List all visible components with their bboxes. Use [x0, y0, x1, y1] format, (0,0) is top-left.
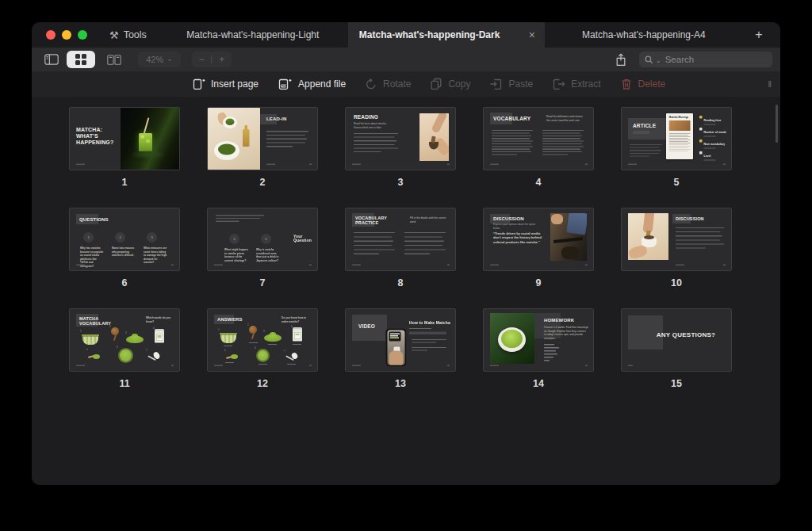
- text-placeholder-lines: [404, 232, 446, 254]
- search-field[interactable]: ⌄: [639, 52, 772, 67]
- page-thumbnail[interactable]: LEAD-IN 2: [193, 107, 331, 188]
- matcha-drink-photo: [121, 108, 179, 170]
- video-title: How to Make Matcha: [409, 320, 450, 325]
- slide-canvas: VIDEO How to Make Matcha: [346, 309, 455, 371]
- slide-note: Fill in the blanks with the correct word: [410, 216, 448, 223]
- text-placeholder-lines: [630, 144, 662, 156]
- thumbnail-grid: MATCHA: WHAT'S HAPPENING? 1: [32, 97, 780, 389]
- paste-button[interactable]: Paste: [489, 78, 533, 90]
- new-tab-button[interactable]: +: [746, 22, 772, 48]
- page-thumbnail[interactable]: DISCUSSION 10: [607, 208, 745, 288]
- quote-text: “Trends driven by social media don’t res…: [493, 231, 543, 244]
- page-thumbnail[interactable]: MATCHA: WHAT'S HAPPENING? 1: [56, 107, 193, 188]
- video-phone-thumbnail[interactable]: [385, 328, 407, 367]
- tools-icon: ⚒: [109, 29, 119, 41]
- slide-subtitle: Read the facts about matcha. Guess which…: [354, 122, 392, 129]
- question-number-badge: 3: [147, 232, 157, 243]
- tab-matcha-dark[interactable]: Matcha-what's-happening-Dark ×: [348, 22, 545, 48]
- page-thumbnail[interactable]: VOCABULARY Read the definitions and choo…: [469, 107, 607, 188]
- tools-menu-button[interactable]: ⚒ Tools: [98, 22, 158, 48]
- action-label: Copy: [448, 78, 470, 90]
- extract-button[interactable]: Extract: [552, 78, 600, 90]
- illustration-tea-bowl: [82, 333, 99, 345]
- slide-title: DISCUSSION: [676, 216, 704, 221]
- insert-page-button[interactable]: Insert page: [192, 78, 259, 90]
- page-thumbnail[interactable]: VOCABULARY PRACTICE Fill in the blanks w…: [331, 208, 469, 288]
- page-actions-toolbar: Insert page PDF Append file: [32, 71, 780, 97]
- doc-text-lines: [669, 133, 691, 151]
- illustration-scoop-and-powder: [88, 351, 101, 361]
- search-input[interactable]: [664, 54, 767, 65]
- slide-title: VIDEO: [358, 323, 375, 329]
- page-thumbnail[interactable]: QUESTIONS 1 2 3 Why has matcha become so…: [56, 208, 193, 288]
- plus-icon: +: [755, 28, 762, 42]
- illustration-scoop-and-powder: [226, 352, 239, 361]
- page-number: 7: [260, 277, 266, 288]
- page-thumbnail[interactable]: MATCHA VOCABULARY Which words do you kno…: [56, 308, 193, 389]
- page-number: 6: [122, 277, 128, 288]
- zoom-level-dropdown[interactable]: 42% ⌄: [138, 52, 181, 67]
- video-link-highlight[interactable]: [409, 332, 446, 335]
- slide-canvas: ARTICLE Matcha Musings Reading time Numb…: [622, 108, 731, 170]
- slide-title: READING: [354, 114, 378, 120]
- word-list-placeholder: [544, 344, 568, 361]
- sidebar-toggle-button[interactable]: [41, 51, 62, 68]
- zoom-value: 42%: [146, 55, 163, 64]
- grid-view-button[interactable]: [67, 51, 95, 68]
- page-thumbnail[interactable]: VIDEO How to Make Matcha: [331, 308, 469, 389]
- insert-page-icon: [192, 78, 205, 90]
- two-page-view-button[interactable]: [100, 51, 128, 68]
- delete-button[interactable]: Delete: [620, 78, 666, 90]
- scrollbar-thumb[interactable]: [776, 105, 778, 143]
- slide-canvas: READING Read the facts about matcha. Gue…: [346, 108, 455, 170]
- tab-matcha-a4[interactable]: Matcha-what's-happening-A4: [545, 22, 743, 48]
- view-toolbar: 42% ⌄ − + ⌄: [32, 48, 780, 71]
- copy-button[interactable]: Copy: [430, 78, 470, 90]
- toolbar-overflow-handle[interactable]: ‖: [768, 71, 772, 97]
- page-thumbnail[interactable]: DISCUSSION Express your opinion about th…: [469, 208, 607, 288]
- close-window-button[interactable]: [46, 30, 56, 40]
- search-icon: [645, 55, 653, 64]
- zoom-in-button[interactable]: +: [219, 54, 224, 65]
- page-thumbnail[interactable]: 4 5 What might happen to matcha prices b…: [193, 208, 331, 288]
- question-text: Name two reasons why preparing matcha is…: [112, 246, 136, 257]
- slide-canvas: ANY QUESTIONS?: [622, 309, 731, 371]
- page-thumbnail[interactable]: HOMEWORK Choose 1-2 words. Find their me…: [469, 308, 607, 389]
- page-thumbnail[interactable]: READING Read the facts about matcha. Gue…: [331, 107, 469, 188]
- zoom-window-button[interactable]: [78, 30, 87, 40]
- page-number: 13: [395, 378, 406, 389]
- download-link-tag[interactable]: [633, 131, 649, 134]
- illustration-powder-mound: [126, 334, 144, 343]
- question-number-badge: 4: [229, 234, 239, 244]
- matcha-bowls-photo: [208, 108, 260, 170]
- slide-title: VOCABULARY PRACTICE: [355, 216, 390, 225]
- reading-time-icon: [699, 116, 703, 119]
- text-placeholder-lines: [492, 130, 533, 155]
- rotate-button[interactable]: Rotate: [365, 78, 411, 90]
- illustration-powder-mound: [264, 332, 282, 342]
- side-label: Your Question: [293, 234, 315, 243]
- illustration-matcha-bowl-top: [118, 348, 133, 363]
- share-button[interactable]: [611, 51, 631, 68]
- search-options-chevron-icon[interactable]: ⌄: [656, 57, 661, 64]
- text-placeholder-lines: [542, 130, 584, 155]
- slide-note: Which words do you know?: [146, 316, 174, 323]
- slide-canvas: DISCUSSION: [622, 208, 731, 270]
- zoom-out-button[interactable]: −: [199, 54, 205, 65]
- page-thumbnail[interactable]: ARTICLE Matcha Musings Reading time Numb…: [607, 107, 745, 188]
- app-window: ⚒ Tools Matcha-what's-happening-Light Ma…: [32, 22, 780, 485]
- text-placeholder-lines: [266, 131, 308, 147]
- article-doc-title: Matcha Musings: [669, 116, 689, 119]
- slide-body: Choose 1-2 words. Find their meanings on…: [544, 326, 588, 340]
- question-number-badge: 2: [115, 232, 125, 243]
- discussion-photo: [550, 213, 587, 261]
- slide-canvas: MATCHA VOCABULARY Which words do you kno…: [70, 309, 179, 371]
- append-file-button[interactable]: PDF Append file: [278, 78, 346, 90]
- page-thumbnail[interactable]: ANSWERS Do you know how to make matcha? …: [193, 308, 331, 389]
- article-fact: Number of words: [699, 128, 727, 137]
- tab-matcha-light[interactable]: Matcha-what's-happening-Light: [158, 22, 348, 48]
- close-tab-icon[interactable]: ×: [527, 29, 537, 41]
- page-thumbnail[interactable]: ANY QUESTIONS? 15: [607, 308, 745, 389]
- minimize-window-button[interactable]: [62, 30, 71, 40]
- page-number: 11: [119, 378, 129, 389]
